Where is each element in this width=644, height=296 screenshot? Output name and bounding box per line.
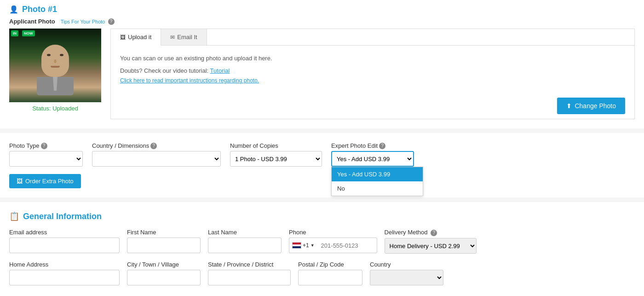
phone-label: Phone bbox=[289, 229, 377, 236]
firstname-field-group: First Name bbox=[127, 229, 201, 254]
email-input[interactable] bbox=[9, 238, 120, 253]
photo-tutorial-line: Doubts? Check our video tutorial: Tutori… bbox=[120, 67, 625, 74]
photo-type-field: Photo Type ? bbox=[9, 142, 83, 167]
delivery-label: Delivery Method ? bbox=[385, 229, 477, 236]
phone-code: +1 bbox=[303, 242, 309, 249]
photo-section: 👤 Photo #1 Applicant Photo Tips For Your… bbox=[0, 0, 644, 128]
expert-edit-dropdown-options: Yes - Add USD 3.99 No bbox=[331, 167, 423, 196]
options-row: Photo Type ? Country / Dimensions ? bbox=[9, 142, 635, 167]
country-field-group: Country bbox=[370, 261, 443, 285]
options-section: Photo Type ? Country / Dimensions ? bbox=[0, 133, 644, 197]
photo-status: Status: Uploaded bbox=[9, 105, 101, 112]
tab-email-label: Email It bbox=[177, 34, 197, 41]
expert-edit-label: Expert Photo Edit ? bbox=[331, 142, 414, 149]
state-field-group: State / Province / District bbox=[208, 261, 291, 285]
tips-for-photo-link[interactable]: Tips For Your Photo bbox=[61, 19, 105, 24]
tutorial-label: Doubts? Check our video tutorial: bbox=[120, 67, 208, 74]
expert-edit-help-icon[interactable]: ? bbox=[379, 143, 385, 149]
lastname-input[interactable] bbox=[208, 238, 282, 253]
email-label: Email address bbox=[9, 229, 120, 236]
us-flag-icon bbox=[292, 242, 301, 249]
phone-input-row: +1 ▼ bbox=[289, 238, 377, 253]
form-row-2: Home Address City / Town / Village State… bbox=[9, 261, 635, 285]
state-label: State / Province / District bbox=[208, 261, 291, 268]
num-copies-select[interactable]: 1 Photo - USD 3.99 bbox=[230, 151, 322, 167]
photo-instructions-link[interactable]: Click here to read important instruction… bbox=[120, 77, 259, 84]
expert-edit-option-no[interactable]: No bbox=[332, 181, 423, 196]
email-icon: ✉ bbox=[170, 34, 175, 41]
photo-left: IN NOW bbox=[9, 29, 101, 119]
tutorial-link[interactable]: Tutorial bbox=[210, 67, 230, 74]
photo-type-label: Photo Type ? bbox=[9, 142, 83, 149]
order-photo-icon: 🖼 bbox=[17, 178, 23, 185]
page-container: 👤 Photo #1 Applicant Photo Tips For Your… bbox=[0, 0, 644, 296]
country-dimensions-help-icon[interactable]: ? bbox=[150, 143, 157, 149]
phone-flag-button[interactable]: +1 ▼ bbox=[289, 238, 317, 253]
order-extra-photo-button[interactable]: 🖼 Order Extra Photo bbox=[9, 174, 81, 188]
photo-help-icon[interactable]: ? bbox=[108, 18, 115, 25]
general-section-title: General Information bbox=[23, 212, 102, 221]
general-section-icon: 📋 bbox=[9, 211, 19, 221]
country-label: Country bbox=[370, 261, 443, 268]
address-label: Home Address bbox=[9, 261, 120, 268]
country-select[interactable] bbox=[370, 270, 443, 285]
state-input[interactable] bbox=[208, 270, 291, 285]
expert-edit-dropdown-wrapper: Yes - Add USD 3.99 No Yes - Add USD 3.99… bbox=[331, 151, 414, 167]
address-field-group: Home Address bbox=[9, 261, 120, 285]
change-photo-button[interactable]: ⬆ Change Photo bbox=[557, 98, 625, 114]
tab-upload-label: Upload it bbox=[128, 34, 151, 41]
city-field-group: City / Town / Village bbox=[127, 261, 201, 285]
firstname-input[interactable] bbox=[127, 238, 201, 253]
photo-tab-content: You can scan or use an existing photo an… bbox=[111, 46, 634, 93]
general-section: 📋 General Information Email address Firs… bbox=[0, 202, 644, 296]
tab-upload[interactable]: 🖼 Upload it bbox=[111, 29, 161, 46]
tab-email[interactable]: ✉ Email It bbox=[161, 29, 207, 45]
photo-header: 👤 Photo #1 bbox=[9, 5, 635, 14]
delivery-field-group: Delivery Method ? Home Delivery - USD 2.… bbox=[385, 229, 477, 254]
city-input[interactable] bbox=[127, 270, 201, 285]
lastname-field-group: Last Name bbox=[208, 229, 282, 254]
country-dimensions-label: Country / Dimensions ? bbox=[92, 142, 221, 149]
num-copies-field: Number of Copies 1 Photo - USD 3.99 bbox=[230, 142, 322, 167]
change-photo-row: ⬆ Change Photo bbox=[111, 98, 634, 119]
postal-input[interactable] bbox=[298, 270, 362, 285]
lastname-label: Last Name bbox=[208, 229, 282, 236]
country-dimensions-select[interactable] bbox=[92, 151, 221, 167]
applicant-photo-label: Applicant Photo bbox=[9, 18, 55, 25]
expert-edit-select[interactable]: Yes - Add USD 3.99 No bbox=[331, 151, 414, 167]
phone-input[interactable] bbox=[317, 238, 377, 253]
general-section-header: 📋 General Information bbox=[9, 211, 635, 221]
photo-description: You can scan or use an existing photo an… bbox=[120, 55, 625, 62]
photo-content-area: IN NOW bbox=[9, 29, 635, 119]
delivery-select[interactable]: Home Delivery - USD 2.99 bbox=[385, 238, 477, 254]
email-field-group: Email address bbox=[9, 229, 120, 254]
photo-right: 🖼 Upload it ✉ Email It You can scan or u… bbox=[110, 29, 635, 119]
address-input[interactable] bbox=[9, 270, 120, 285]
photo-header-title: Photo #1 bbox=[22, 5, 57, 14]
city-label: City / Town / Village bbox=[127, 261, 201, 268]
num-copies-label: Number of Copies bbox=[230, 142, 322, 149]
upload-icon: 🖼 bbox=[120, 34, 126, 41]
phone-field-group: Phone +1 ▼ bbox=[289, 229, 377, 254]
country-dimensions-field: Country / Dimensions ? bbox=[92, 142, 221, 167]
photo-tabs: 🖼 Upload it ✉ Email It bbox=[111, 29, 634, 46]
photo-type-select[interactable] bbox=[9, 151, 83, 167]
expert-edit-option-yes[interactable]: Yes - Add USD 3.99 bbox=[332, 167, 423, 181]
order-extra-photo-label: Order Extra Photo bbox=[25, 178, 74, 185]
upload-arrow-icon: ⬆ bbox=[566, 102, 572, 110]
firstname-label: First Name bbox=[127, 229, 201, 236]
photo-header-icon: 👤 bbox=[9, 5, 18, 14]
postal-field-group: Postal / Zip Code bbox=[298, 261, 362, 285]
form-row-1: Email address First Name Last Name Phone bbox=[9, 229, 635, 254]
photo-image-box: IN NOW bbox=[9, 29, 101, 102]
delivery-help-icon[interactable]: ? bbox=[431, 230, 437, 236]
flag-dropdown-icon: ▼ bbox=[310, 243, 315, 248]
expert-edit-field: Expert Photo Edit ? Yes - Add USD 3.99 N… bbox=[331, 142, 414, 167]
photo-type-help-icon[interactable]: ? bbox=[41, 143, 47, 149]
change-photo-label: Change Photo bbox=[575, 102, 616, 110]
postal-label: Postal / Zip Code bbox=[298, 261, 362, 268]
